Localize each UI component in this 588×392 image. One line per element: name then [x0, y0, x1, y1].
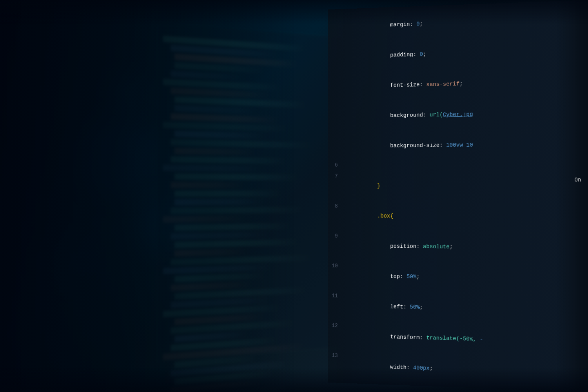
code-token: ;: [430, 365, 433, 372]
code-token: position: [377, 243, 416, 250]
line-number: [328, 108, 345, 109]
line-number: [328, 78, 345, 78]
code-line: 10 top: 50%;: [328, 261, 588, 296]
line-number: 8: [328, 203, 345, 209]
code-token: :: [420, 82, 426, 88]
code-token: :: [413, 51, 420, 58]
line-content: .box{: [345, 201, 588, 232]
line-content: left: 50%;: [345, 291, 588, 327]
code-token: ;: [459, 81, 463, 87]
code-token: :: [410, 21, 416, 28]
code-token: width: [377, 364, 407, 371]
code-token: transform: [377, 334, 420, 341]
code-token: {: [390, 213, 393, 219]
code-line: 8 .box{: [328, 201, 588, 233]
line-number: 11: [328, 292, 345, 299]
code-token: :: [416, 243, 423, 250]
code-token: :: [407, 365, 413, 371]
code-token: ;: [423, 51, 426, 58]
code-line: background: url(Cyber.jpg: [328, 97, 588, 132]
code-line: 6: [328, 160, 588, 171]
code-token: ;: [416, 274, 419, 280]
line-number: 14: [328, 382, 345, 389]
code-token: translate(-50%,: [426, 335, 476, 343]
code-token: top: [377, 273, 400, 280]
code-token: 50%: [410, 304, 419, 311]
line-content: }: [345, 171, 588, 201]
code-token: url(: [430, 112, 443, 118]
line-number: 10: [328, 263, 345, 269]
code-token: :: [400, 274, 407, 280]
line-content: padding: 0;: [345, 35, 588, 71]
code-line: 7 }: [328, 170, 588, 201]
code-token: font-size: [377, 82, 420, 89]
code-content: margin: 0; padding: 0; font-size: sans-s…: [328, 0, 588, 392]
code-token: 0: [420, 51, 423, 58]
line-number: [328, 18, 345, 19]
code-token: ;: [420, 21, 423, 27]
code-token: ;: [420, 304, 423, 311]
on-label: On: [568, 172, 588, 187]
code-token: :: [423, 112, 430, 119]
code-panel: margin: 0; padding: 0; font-size: sans-s…: [328, 0, 588, 392]
line-number: 6: [328, 162, 345, 168]
code-token: 100vw 10: [446, 142, 473, 149]
line-number: 9: [328, 233, 345, 239]
code-token: :: [403, 304, 410, 310]
line-content: font-size: sans-serif;: [345, 66, 588, 101]
line-content: background-size: 100vw 10: [345, 129, 588, 161]
code-token: background-size: [377, 142, 439, 149]
line-number: 7: [328, 173, 345, 179]
line-content: top: 50%;: [345, 261, 588, 295]
code-token: absolute: [423, 243, 450, 250]
code-token: Cyber.jpg: [443, 111, 473, 118]
code-line: background-size: 100vw 10: [328, 129, 588, 162]
code-token: -: [476, 336, 483, 343]
code-token: .box: [377, 213, 390, 219]
code-token: left: [377, 303, 403, 310]
code-token: sans-serif: [426, 81, 459, 88]
line-content: position: absolute;: [345, 232, 588, 264]
code-token: :: [439, 142, 446, 149]
left-overlay: [0, 0, 294, 392]
line-number: [328, 48, 345, 49]
code-token: padding: [377, 51, 413, 59]
code-editor-scene: margin: 0; padding: 0; font-size: sans-s…: [0, 0, 588, 392]
code-token: margin: [377, 21, 410, 29]
code-token: :: [420, 335, 426, 341]
code-line: 9 position: absolute;: [328, 231, 588, 264]
line-number: 12: [328, 323, 345, 329]
code-token: ;: [450, 244, 453, 250]
code-token: 50%: [407, 274, 416, 280]
code-token: 0: [416, 21, 419, 27]
code-token: background: [377, 112, 423, 119]
code-token: }: [377, 183, 380, 189]
code-token: 400px: [413, 365, 430, 372]
line-content: [345, 165, 588, 167]
line-content: background: url(Cyber.jpg: [345, 98, 588, 131]
code-line: font-size: sans-serif;: [328, 66, 588, 102]
line-number: 13: [328, 352, 345, 359]
